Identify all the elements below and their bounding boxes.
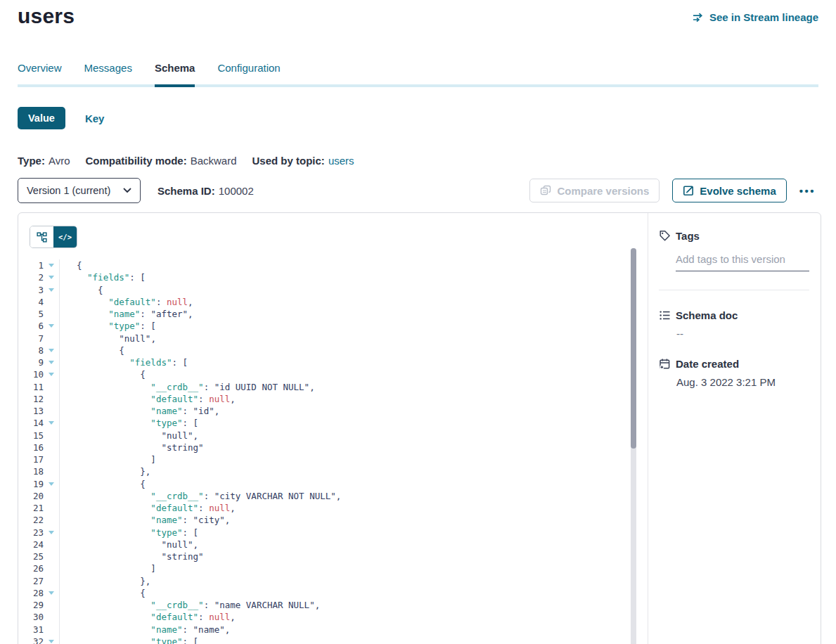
code-scrollbar-thumb[interactable] [631,248,636,449]
fold-toggle-icon[interactable] [44,284,59,296]
code-line-content: "type": [ [59,527,648,539]
schema-code-editor[interactable]: 1{2 "fields": [3 {4 "default": null,5 "n… [18,259,648,644]
fold-spacer [44,442,59,453]
fold-toggle-icon[interactable] [44,478,59,490]
fold-toggle-icon[interactable] [44,320,59,332]
code-line-1: 1{ [18,259,648,271]
code-line-content: "type": [ [59,636,648,644]
line-number: 23 [18,527,44,539]
code-line-32: 32 "type": [ [18,636,648,644]
code-line-26: 26 ] [18,562,648,574]
version-select[interactable]: Version 1 (current) [18,178,141,203]
code-line-content: "type": [ [59,320,648,332]
meta-item-0: Type:Avro [18,155,70,167]
line-number: 1 [18,259,44,271]
code-line-content: }, [59,465,648,477]
code-line-content: }, [59,575,648,587]
line-number: 13 [18,405,44,417]
fold-toggle-icon[interactable] [44,368,59,380]
code-line-21: 21 "default": null, [18,502,648,514]
code-line-content: { [59,587,648,599]
tab-bar: OverviewMessagesSchemaConfiguration [18,62,818,87]
line-number: 16 [18,442,44,453]
tab-schema[interactable]: Schema [155,62,195,87]
line-number: 18 [18,465,44,477]
code-line-content: ] [59,562,648,574]
line-number: 24 [18,539,44,550]
version-bar: Version 1 (current) Schema ID:100002 Com… [18,178,818,203]
code-view-button[interactable]: </> [53,226,77,247]
code-line-24: 24 "null", [18,539,648,550]
line-number: 2 [18,271,44,283]
calendar-plus-icon [659,358,671,370]
schema-meta-row: Type:AvroCompatibility mode:BackwardUsed… [18,155,354,167]
code-line-content: "name": "city", [59,514,648,526]
tab-overview[interactable]: Overview [18,62,62,87]
fold-toggle-icon[interactable] [44,259,59,271]
tab-configuration[interactable]: Configuration [217,62,280,87]
compare-versions-button[interactable]: Compare versions [529,179,660,202]
fold-toggle-icon[interactable] [44,356,59,368]
line-number: 22 [18,514,44,526]
code-line-content: "null", [59,430,648,442]
add-tags-input[interactable] [676,253,809,271]
fold-toggle-icon[interactable] [44,417,59,429]
code-line-content: { [59,284,648,296]
code-line-content: "name": "name", [59,624,648,636]
edit-schema-icon [683,185,694,196]
code-line-29: 29 "__crdb__": "name VARCHAR NULL", [18,599,648,611]
fold-toggle-icon[interactable] [44,344,59,356]
used-by-topic-link[interactable]: users [328,155,354,167]
code-line-17: 17 ] [18,453,648,465]
code-line-content: "__crdb__": "name VARCHAR NULL", [59,599,648,611]
date-created-value: Aug. 3 2022 3:21 PM [676,376,809,388]
code-line-content: "default": null, [59,296,648,308]
fold-toggle-icon[interactable] [44,636,59,644]
see-in-stream-lineage-link[interactable]: See in Stream lineage [693,11,818,23]
meta-value: Backward [191,155,237,167]
tab-messages[interactable]: Messages [84,62,132,87]
fold-spacer [44,453,59,465]
more-actions-button[interactable]: ••• [797,182,818,200]
fold-toggle-icon[interactable] [44,587,59,599]
key-tab-link[interactable]: Key [85,112,105,124]
line-number: 21 [18,502,44,514]
fold-spacer [44,514,59,526]
fold-spacer [44,562,59,574]
code-line-content: "name": "after", [59,308,648,320]
fold-spacer [44,611,59,623]
tag-icon [659,230,671,242]
fold-spacer [44,393,59,405]
line-number: 7 [18,333,44,344]
line-number: 20 [18,490,44,502]
fold-spacer [44,430,59,442]
code-line-7: 7 "null", [18,333,648,344]
code-line-28: 28 { [18,587,648,599]
code-line-content: ] [59,453,648,465]
value-tab-button[interactable]: Value [18,107,65,129]
fold-spacer [44,405,59,417]
code-line-13: 13 "name": "id", [18,405,648,417]
tree-view-button[interactable] [30,226,53,247]
code-line-15: 15 "null", [18,430,648,442]
line-number: 11 [18,381,44,393]
code-line-6: 6 "type": [ [18,320,648,332]
code-line-content: "null", [59,539,648,550]
evolve-schema-button[interactable]: Evolve schema [672,179,786,202]
tree-view-icon [37,232,47,243]
schema-code-panel: </> 1{2 "fields": [3 {4 "default": null,… [18,213,648,644]
code-view-icon: </> [58,233,72,241]
fold-spacer [44,296,59,308]
line-number: 3 [18,284,44,296]
fold-spacer [44,381,59,393]
code-line-4: 4 "default": null, [18,296,648,308]
fold-toggle-icon[interactable] [44,271,59,283]
code-line-3: 3 { [18,284,648,296]
schema-view-toggle: </> [30,226,77,248]
schema-doc-value: -- [676,328,809,340]
chevron-down-icon [123,188,131,193]
fold-spacer [44,624,59,636]
code-line-12: 12 "default": null, [18,393,648,405]
code-scrollbar-track[interactable] [631,248,636,644]
fold-toggle-icon[interactable] [44,527,59,539]
